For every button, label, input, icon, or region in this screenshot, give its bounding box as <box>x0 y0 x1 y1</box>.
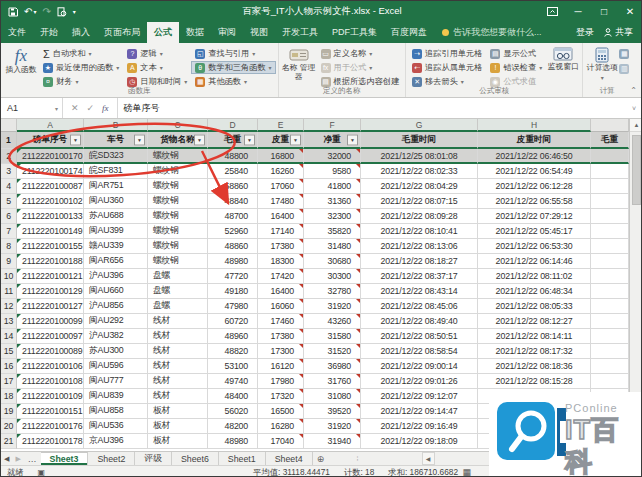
name-manager-button[interactable]: 名称 管理器 <box>281 45 317 82</box>
ribbon-tab-页面布局[interactable]: 页面布局 <box>97 22 147 43</box>
close-button[interactable]: ✕ <box>617 1 642 22</box>
cell[interactable]: 2021/12/22 09:16:49 <box>361 419 478 434</box>
cell[interactable] <box>591 179 629 194</box>
cell[interactable]: 沪AU382 <box>84 329 148 344</box>
cell[interactable]: 16500 <box>258 404 304 419</box>
cell[interactable] <box>591 359 629 374</box>
calculate-now-icon[interactable]: ▦ <box>619 49 629 59</box>
cell[interactable]: 48700 <box>208 209 258 224</box>
cell[interactable]: 螺纹钢 <box>148 164 208 179</box>
cell[interactable]: 17380 <box>258 239 304 254</box>
cell[interactable]: 48400 <box>208 389 258 404</box>
cell[interactable]: 31480 <box>304 239 361 254</box>
cell[interactable]: 35820 <box>304 224 361 239</box>
cell[interactable]: 闽AU536 <box>84 419 148 434</box>
cell[interactable]: 2021/12/22 08:50:51 <box>361 329 478 344</box>
cell[interactable] <box>591 224 629 239</box>
filter-dropdown-icon[interactable]: ▼ <box>70 134 81 145</box>
cell[interactable]: 2021/12/22 08:37:17 <box>361 269 478 284</box>
expand-formula-bar-icon[interactable]: ˅ <box>625 98 642 118</box>
cell[interactable]: 60720 <box>208 314 258 329</box>
cell[interactable]: 赣AU339 <box>84 239 148 254</box>
row-number[interactable]: 1 <box>1 132 17 149</box>
row-number[interactable]: 3 <box>1 164 17 179</box>
cell[interactable]: 56020 <box>208 404 258 419</box>
sheet-nav-right-icon[interactable]: ▶ <box>12 452 23 465</box>
header-cell[interactable]: 皮重时间 <box>478 132 591 149</box>
sheet-tab-Sheet3[interactable]: Sheet3 <box>41 452 89 465</box>
cell[interactable]: 螺纹钢 <box>148 224 208 239</box>
cell[interactable]: 线材 <box>148 359 208 374</box>
cell[interactable]: 2021/12/25 08:01:08 <box>361 149 478 164</box>
row-number[interactable]: 9 <box>1 254 17 269</box>
cell[interactable]: 48200 <box>208 419 258 434</box>
cell[interactable]: 螺纹钢 <box>148 254 208 269</box>
cell[interactable]: 板材 <box>148 419 208 434</box>
ribbon-tab-开始[interactable]: 开始 <box>33 22 65 43</box>
cell[interactable]: 2021/12/22 08:07:15 <box>361 194 478 209</box>
cell[interactable] <box>591 374 629 389</box>
column-header-C[interactable]: C <box>148 119 208 132</box>
row-number[interactable]: 4 <box>1 179 17 194</box>
define-name-button[interactable]: ▭定义名称▾ <box>317 47 404 60</box>
cell[interactable]: 49740 <box>208 374 258 389</box>
cell[interactable]: 2021/12/22 07:29:12 <box>478 209 591 224</box>
cell[interactable]: 闽AU399 <box>84 224 148 239</box>
filter-dropdown-icon[interactable]: ▼ <box>290 134 301 145</box>
cell[interactable]: 2021/12/22 08:02:33 <box>361 164 478 179</box>
row-number[interactable]: 13 <box>1 314 17 329</box>
cell[interactable]: 31580 <box>304 329 361 344</box>
sign-in-link[interactable]: 登录 <box>576 26 594 39</box>
column-header-I[interactable] <box>591 119 629 132</box>
cell[interactable] <box>591 299 629 314</box>
cell[interactable]: 螺纹钢 <box>148 194 208 209</box>
insert-function-button[interactable]: fx 插入函数 <box>3 45 39 75</box>
cell[interactable]: 2021/12/22 06:12:28 <box>478 179 591 194</box>
ribbon-tab-审阅[interactable]: 审阅 <box>211 22 243 43</box>
hscroll-left-icon[interactable]: ◀ <box>422 452 435 465</box>
header-cell[interactable]: 磅单序号▼ <box>17 132 84 149</box>
cell[interactable] <box>591 269 629 284</box>
ribbon-tab-视图[interactable]: 视图 <box>243 22 275 43</box>
cell[interactable]: 2021/12/22 08:10:41 <box>361 224 478 239</box>
row-number[interactable]: 17 <box>1 374 17 389</box>
cell[interactable]: 48840 <box>208 194 258 209</box>
row-number[interactable]: 6 <box>1 209 17 224</box>
cell[interactable]: 17980 <box>258 374 304 389</box>
header-cell[interactable]: 毛重 <box>591 132 629 149</box>
cell[interactable]: 2112220100133 <box>17 209 84 224</box>
cell[interactable]: 闽AU292 <box>84 314 148 329</box>
header-cell[interactable]: 货物名称▼ <box>148 132 208 149</box>
cell[interactable]: 线材 <box>148 374 208 389</box>
cell[interactable]: 2021/12/22 08:05:33 <box>478 299 591 314</box>
cell[interactable]: 盘螺 <box>148 299 208 314</box>
cell[interactable]: 2112220100149 <box>17 224 84 239</box>
name-box[interactable]: A1 ▾ <box>1 98 63 118</box>
cell[interactable]: 2112220100102 <box>17 194 84 209</box>
macro-record-icon[interactable]: ▣ <box>38 468 46 477</box>
cell[interactable]: 2021/12/22 08:09:28 <box>361 209 478 224</box>
cell[interactable]: 16400 <box>258 209 304 224</box>
cell[interactable]: 螺纹钢 <box>148 209 208 224</box>
cell[interactable]: 2112220100106 <box>17 359 84 374</box>
cell[interactable]: 2021/12/22 06:48:34 <box>478 284 591 299</box>
cell[interactable]: 2112220100097 <box>17 329 84 344</box>
cell[interactable]: 16060 <box>258 299 304 314</box>
cell[interactable]: 2021/12/22 05:45:17 <box>478 224 591 239</box>
column-header-D[interactable]: D <box>208 119 258 132</box>
cell[interactable]: 皖SD323 <box>84 149 148 164</box>
filter-dropdown-icon[interactable]: ▼ <box>134 134 145 145</box>
name-box-dropdown-icon[interactable]: ▾ <box>55 105 58 112</box>
cell[interactable]: 30300 <box>304 269 361 284</box>
cell[interactable]: 皖SF831 <box>84 164 148 179</box>
cell[interactable]: 2021/12/22 06:46:50 <box>478 149 591 164</box>
cell[interactable]: 京AU396 <box>84 434 148 449</box>
cell[interactable] <box>591 314 629 329</box>
cell[interactable]: 闽AU360 <box>84 194 148 209</box>
cell[interactable]: 2112220100121 <box>17 269 84 284</box>
row-number[interactable]: 7 <box>1 224 17 239</box>
cell[interactable]: 2021/12/22 08:18:36 <box>478 359 591 374</box>
sheet-nav-more[interactable]: … <box>24 452 41 465</box>
cell[interactable] <box>591 284 629 299</box>
cell[interactable] <box>591 209 629 224</box>
